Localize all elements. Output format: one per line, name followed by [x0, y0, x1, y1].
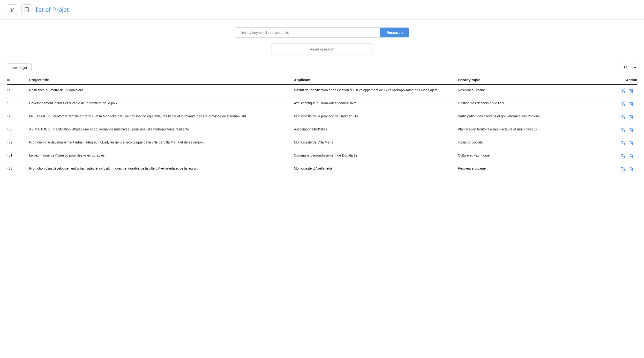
- cell-id: 435: [7, 98, 29, 111]
- table-container: ID Project title Applicant Priority topi…: [0, 75, 644, 176]
- cell-priority: Planification territoriale multi-acteurs…: [458, 124, 596, 137]
- cell-applicant: Commune d'arrondissement de Douala 1er: [294, 150, 458, 163]
- page-title: list of Projet: [36, 6, 69, 13]
- cell-action: [596, 111, 637, 124]
- cell-title: Promotion d'un développement urbain inté…: [29, 163, 294, 176]
- cell-title: Promouvoir le développement urbain intég…: [29, 137, 294, 150]
- cell-title: Développement inclusif et durable de la …: [29, 98, 294, 111]
- cell-applicant: Municipalité d'Avellaneda: [294, 163, 458, 176]
- cell-id: 433: [7, 163, 29, 176]
- doc-icon: 01: [24, 7, 29, 12]
- cell-action: [596, 85, 637, 98]
- edit-icon[interactable]: [620, 88, 626, 94]
- delete-icon[interactable]: [628, 153, 634, 159]
- edit-icon[interactable]: [620, 114, 626, 120]
- edit-icon[interactable]: [620, 127, 626, 133]
- cell-action: [596, 124, 637, 137]
- cell-applicant: Municipalité de la province de Darkhan-U…: [294, 111, 458, 124]
- delete-icon[interactable]: [628, 101, 634, 107]
- cell-priority: Résilience urbaine: [458, 85, 596, 98]
- table-row: 446 Résilience du métro de Guadalajara I…: [7, 85, 637, 98]
- cell-applicant: Axe Atlantique du nord-ouest péninsulair…: [294, 98, 458, 111]
- search-area: Research: [0, 19, 644, 41]
- delete-icon[interactable]: [628, 127, 634, 133]
- edit-icon[interactable]: [620, 166, 626, 172]
- per-page-select[interactable]: 10 20 30 50 100: [619, 63, 637, 72]
- table-row: 433 Promotion d'un développement urbain …: [7, 163, 637, 176]
- search-input[interactable]: [235, 27, 380, 38]
- table-row: 435 Développement inclusif et durable de…: [7, 98, 637, 111]
- cell-priority: Inclusion sociale: [458, 137, 596, 150]
- delete-icon[interactable]: [628, 114, 634, 120]
- table-row: 476 FRIENDSHIP - Renforcer l'amitié entr…: [7, 111, 637, 124]
- cell-priority: Participation des citoyens et gouvernanc…: [458, 111, 596, 124]
- cell-action: [596, 163, 637, 176]
- cell-title: Résilience du métro de Guadalajara: [29, 85, 294, 98]
- cell-applicant: Institut de Planification et de Gestion …: [294, 85, 458, 98]
- cell-action: [596, 137, 637, 150]
- research-button[interactable]: Research: [380, 27, 409, 37]
- table-header-row: ID Project title Applicant Priority topi…: [7, 75, 637, 85]
- reset-research-button[interactable]: Reset research: [271, 43, 373, 55]
- edit-icon[interactable]: [620, 101, 626, 107]
- cell-title: Le patrimoine de l'Unesco pour des ville…: [29, 150, 294, 163]
- col-header-priority: Priority topic: [458, 75, 596, 85]
- col-header-action: Action: [596, 75, 637, 85]
- doc-button[interactable]: 01: [21, 4, 32, 15]
- header: 01 list of Projet: [0, 0, 644, 19]
- edit-icon[interactable]: [620, 153, 626, 159]
- cell-id: 451: [7, 150, 29, 163]
- table-row: 485 ASIMA TUNIS: Planification Stratégiq…: [7, 124, 637, 137]
- svg-text:01: 01: [26, 9, 28, 11]
- col-header-title: Project title: [29, 75, 294, 85]
- cell-title: FRIENDSHIP - Renforcer l'amitié entre l'…: [29, 111, 294, 124]
- cell-priority: Résilience urbaine: [458, 163, 596, 176]
- delete-icon[interactable]: [628, 166, 634, 172]
- cell-applicant: Association MedCities: [294, 124, 458, 137]
- cell-id: 476: [7, 111, 29, 124]
- reset-area: Reset research: [0, 41, 644, 61]
- projects-table: ID Project title Applicant Priority topi…: [7, 75, 637, 176]
- cell-priority: Culture et Patrimoine: [458, 150, 596, 163]
- cell-id: 432: [7, 137, 29, 150]
- edit-icon[interactable]: [620, 140, 626, 146]
- new-projet-button[interactable]: new projet: [7, 63, 32, 72]
- home-icon: [10, 7, 15, 12]
- cell-action: [596, 98, 637, 111]
- table-row: 432 Promouvoir le développement urbain i…: [7, 137, 637, 150]
- delete-icon[interactable]: [628, 140, 634, 146]
- delete-icon[interactable]: [628, 88, 634, 94]
- toolbar: new projet 10 20 30 50 100: [0, 61, 644, 75]
- col-header-id: ID: [7, 75, 29, 85]
- cell-id: 485: [7, 124, 29, 137]
- cell-action: [596, 150, 637, 163]
- table-row: 451 Le patrimoine de l'Unesco pour des v…: [7, 150, 637, 163]
- cell-id: 446: [7, 85, 29, 98]
- cell-applicant: Municipalité de Villa María: [294, 137, 458, 150]
- home-button[interactable]: [7, 4, 18, 15]
- cell-title: ASIMA TUNIS: Planification Stratégique e…: [29, 124, 294, 137]
- cell-priority: Gestion des déchets et de l'eau: [458, 98, 596, 111]
- col-header-applicant: Applicant: [294, 75, 458, 85]
